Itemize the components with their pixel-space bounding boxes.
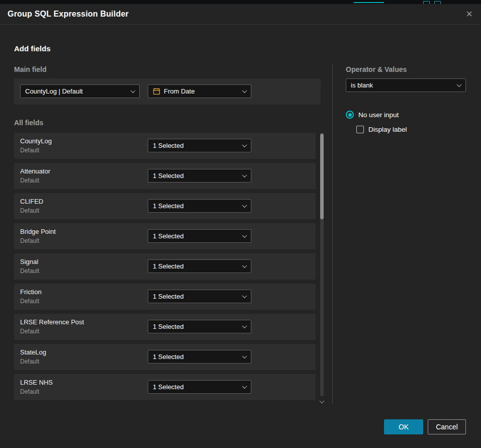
operator-values-label: Operator & Values [346, 65, 407, 73]
no-user-input-option[interactable]: No user input [346, 111, 399, 119]
field-row-text: Friction Default [20, 288, 42, 305]
chevron-down-icon [242, 203, 247, 208]
dropdown-value: 1 Selected [153, 323, 183, 330]
cancel-button[interactable]: Cancel [428, 419, 466, 434]
field-row-text: CountyLog Default [20, 137, 52, 154]
field-row: Bridge Point Default 1 Selected [14, 223, 316, 249]
background-teal-fragment [354, 2, 384, 3]
field-selection-dropdown[interactable]: 1 Selected [148, 229, 251, 243]
field-name: Attenuator [20, 167, 50, 175]
field-type: Default [20, 207, 43, 214]
field-name: CountyLog [20, 137, 52, 145]
field-row-text: Bridge Point Default [20, 228, 56, 244]
field-row-text: LRSE NHS Default [20, 379, 53, 395]
chevron-down-icon [242, 263, 247, 268]
dialog-title: Group SQL Expression Builder [8, 10, 129, 19]
chevron-down-icon [242, 384, 247, 389]
field-type: Default [20, 328, 84, 335]
all-fields-label: All fields [14, 119, 43, 127]
dropdown-value: 1 Selected [153, 232, 183, 240]
group-sql-expression-builder-dialog: Group SQL Expression Builder × Add field… [0, 4, 481, 448]
radio-selected-icon[interactable] [346, 111, 354, 119]
dropdown-value: 1 Selected [153, 293, 183, 300]
dropdown-value: 1 Selected [153, 172, 183, 180]
dropdown-value: 1 Selected [153, 383, 183, 391]
field-selection-dropdown[interactable]: 1 Selected [148, 169, 251, 183]
checkbox-unchecked-icon[interactable] [356, 126, 364, 133]
operator-dropdown[interactable]: is blank [346, 78, 466, 92]
column-divider [332, 64, 333, 404]
chevron-down-icon [242, 172, 247, 177]
field-selection-dropdown[interactable]: 1 Selected [148, 139, 251, 152]
field-row: CLIFED Default 1 Selected [14, 193, 316, 219]
scrollbar-track[interactable] [320, 133, 324, 396]
display-label-option[interactable]: Display label [356, 126, 407, 133]
dropdown-value: CountyLog | Default [25, 87, 83, 95]
field-selection-dropdown[interactable]: 1 Selected [148, 290, 251, 303]
main-field-field-dropdown[interactable]: From Date [148, 84, 251, 98]
field-row-text: Signal Default [20, 258, 39, 275]
field-row: LRSE NHS Default 1 Selected [14, 374, 316, 400]
field-row: StateLog Default 1 Selected [14, 344, 316, 370]
dropdown-value: 1 Selected [153, 353, 183, 361]
calendar-icon [153, 87, 160, 95]
dropdown-value: 1 Selected [153, 142, 183, 149]
field-selection-dropdown[interactable]: 1 Selected [148, 259, 251, 273]
field-type: Default [20, 298, 42, 305]
field-name: StateLog [20, 348, 46, 356]
chevron-down-icon [242, 293, 247, 298]
dropdown-value: From Date [164, 87, 195, 95]
field-type: Default [20, 267, 39, 275]
dialog-header: Group SQL Expression Builder × [0, 4, 481, 25]
close-icon[interactable]: × [465, 9, 473, 20]
scroll-down-icon[interactable] [320, 399, 325, 404]
field-name: Signal [20, 258, 39, 265]
chevron-down-icon [242, 88, 247, 93]
chevron-down-icon [242, 353, 247, 359]
field-row: Attenuator Default 1 Selected [14, 163, 316, 189]
chevron-down-icon [242, 323, 247, 328]
chevron-down-icon [457, 82, 462, 87]
field-row-text: CLIFED Default [20, 198, 43, 214]
field-selection-dropdown[interactable]: 1 Selected [148, 350, 251, 364]
field-selection-dropdown[interactable]: 1 Selected [148, 320, 251, 333]
field-row: Friction Default 1 Selected [14, 284, 316, 310]
field-type: Default [20, 177, 50, 184]
chevron-down-icon [242, 233, 247, 238]
add-fields-heading: Add fields [14, 44, 51, 53]
field-type: Default [20, 358, 46, 365]
chevron-down-icon [242, 142, 247, 147]
background-app-strip [0, 0, 481, 4]
field-row: LRSE Reference Post Default 1 Selected [14, 314, 316, 340]
field-selection-dropdown[interactable]: 1 Selected [148, 199, 251, 213]
field-name: Bridge Point [20, 228, 56, 235]
field-name: LRSE NHS [20, 379, 53, 386]
field-selection-dropdown[interactable]: 1 Selected [148, 380, 251, 394]
field-row: Signal Default 1 Selected [14, 253, 316, 280]
field-name: LRSE Reference Post [20, 318, 84, 326]
ok-button[interactable]: OK [384, 419, 423, 434]
dropdown-value: 1 Selected [153, 262, 183, 270]
scrollbar-thumb[interactable] [320, 134, 324, 219]
field-row-text: StateLog Default [20, 348, 46, 365]
field-type: Default [20, 237, 56, 244]
chevron-down-icon [131, 88, 136, 93]
field-type: Default [20, 147, 52, 154]
dialog-footer: OK Cancel [384, 419, 466, 434]
dropdown-value: is blank [351, 81, 373, 89]
field-row: CountyLog Default 1 Selected [14, 133, 316, 159]
main-field-panel: CountyLog | Default From Date [14, 78, 321, 105]
field-type: Default [20, 388, 53, 395]
field-row-text: Attenuator Default [20, 167, 50, 184]
no-user-input-label: No user input [358, 111, 399, 119]
field-name: CLIFED [20, 198, 43, 205]
dropdown-value: 1 Selected [153, 202, 183, 210]
display-label-label: Display label [368, 126, 407, 133]
field-name: Friction [20, 288, 42, 296]
all-fields-list: CountyLog Default 1 Selected Attenuator … [14, 133, 316, 404]
main-field-label: Main field [14, 65, 47, 73]
field-row-text: LRSE Reference Post Default [20, 318, 84, 335]
screen: Group SQL Expression Builder × Add field… [0, 0, 481, 448]
main-field-source-dropdown[interactable]: CountyLog | Default [20, 84, 140, 98]
